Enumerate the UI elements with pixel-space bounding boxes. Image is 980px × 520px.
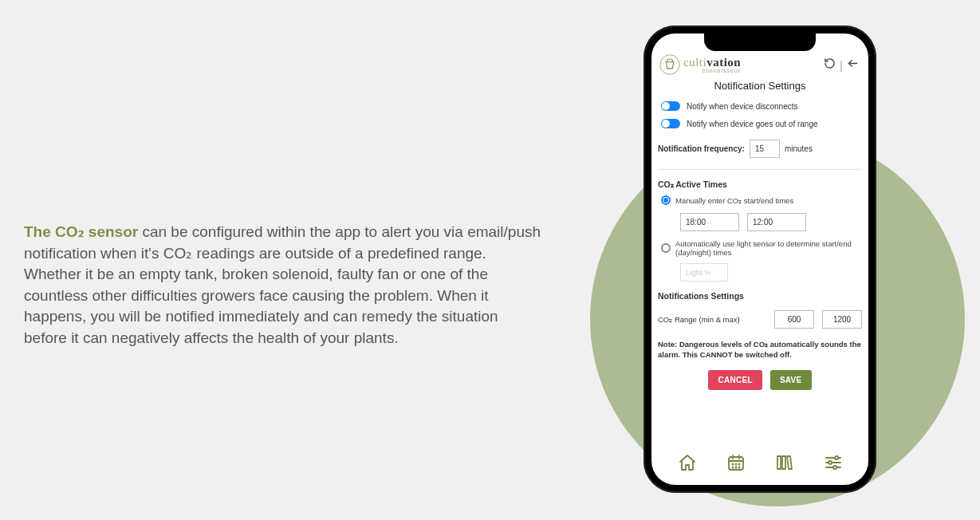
svg-rect-12 bbox=[777, 456, 781, 469]
phone-screen-frame: cultivation connoisseur | bbox=[651, 33, 868, 485]
toggle-disconnect-label: Notify when device disconnects bbox=[687, 102, 798, 111]
frequency-row: Notification frequency: 15 minutes bbox=[658, 140, 862, 158]
svg-point-9 bbox=[732, 467, 733, 467]
active-times-title: CO₂ Active Times bbox=[658, 179, 862, 189]
brand-part1: culti bbox=[683, 56, 706, 69]
co2-range-label: CO₂ Range (min & max) bbox=[658, 315, 766, 324]
svg-point-17 bbox=[828, 461, 832, 464]
save-button[interactable]: SAVE bbox=[770, 370, 812, 390]
refresh-icon[interactable] bbox=[824, 57, 836, 72]
time-inputs: 18:00 12:00 bbox=[680, 213, 862, 231]
button-row: CANCEL SAVE bbox=[658, 370, 862, 390]
brand: cultivation connoisseur bbox=[659, 54, 741, 75]
co2-max-input[interactable]: 1200 bbox=[822, 310, 862, 329]
svg-point-11 bbox=[738, 467, 739, 467]
description-text: The CO₂ sensor can be configured within … bbox=[24, 222, 542, 349]
app-header: cultivation connoisseur | bbox=[658, 53, 862, 77]
back-icon[interactable] bbox=[847, 57, 859, 72]
svg-point-19 bbox=[833, 466, 836, 469]
brand-logo-icon bbox=[659, 54, 680, 75]
phone-notch bbox=[704, 33, 816, 51]
toggle-disconnect-row: Notify when device disconnects bbox=[661, 101, 862, 111]
brand-text: cultivation connoisseur bbox=[683, 57, 741, 73]
header-icons: | bbox=[824, 57, 859, 72]
radio-manual-label: Manually enter CO₂ start/end times bbox=[675, 196, 793, 205]
svg-point-8 bbox=[738, 463, 739, 464]
svg-point-15 bbox=[835, 456, 838, 459]
notifications-settings-title: Notifications Settings bbox=[658, 291, 862, 301]
radio-manual-row[interactable]: Manually enter CO₂ start/end times bbox=[661, 195, 862, 205]
description-body: can be configured within the app to aler… bbox=[24, 223, 541, 346]
light-percent-input[interactable]: Light % bbox=[680, 263, 728, 282]
radio-auto[interactable] bbox=[661, 243, 671, 253]
frequency-input[interactable]: 15 bbox=[750, 140, 780, 158]
start-time-input[interactable]: 18:00 bbox=[680, 213, 739, 231]
page-title: Notification Settings bbox=[658, 80, 862, 92]
description-lead: The CO₂ sensor bbox=[24, 223, 138, 240]
co2-min-input[interactable]: 600 bbox=[774, 310, 814, 329]
radio-auto-row[interactable]: Automatically use light sensor to determ… bbox=[661, 239, 862, 257]
library-icon[interactable] bbox=[773, 453, 796, 472]
app-screen: cultivation connoisseur | bbox=[658, 53, 862, 479]
toggle-range-row: Notify when device goes out of range bbox=[661, 119, 862, 128]
divider bbox=[658, 169, 862, 170]
danger-note: Note: Dangerous levels of CO₂ automatica… bbox=[658, 340, 862, 360]
frequency-label: Notification frequency: bbox=[658, 144, 745, 153]
brand-part2: vation bbox=[706, 56, 741, 69]
radio-auto-label: Automatically use light sensor to determ… bbox=[675, 239, 862, 257]
svg-rect-13 bbox=[782, 456, 785, 469]
end-time-input[interactable]: 12:00 bbox=[747, 213, 806, 231]
svg-point-10 bbox=[735, 467, 736, 467]
settings-sliders-icon[interactable] bbox=[822, 453, 844, 472]
calendar-icon[interactable] bbox=[725, 453, 747, 472]
svg-point-6 bbox=[732, 463, 733, 464]
header-separator: | bbox=[840, 58, 843, 72]
toggle-out-of-range-label: Notify when device goes out of range bbox=[687, 120, 818, 128]
cancel-button[interactable]: CANCEL bbox=[708, 370, 762, 390]
svg-point-0 bbox=[660, 55, 679, 74]
co2-range-row: CO₂ Range (min & max) 600 1200 bbox=[658, 310, 862, 329]
phone-mockup: cultivation connoisseur | bbox=[643, 26, 876, 493]
bottom-nav bbox=[658, 448, 862, 479]
frequency-unit: minutes bbox=[785, 144, 813, 153]
radio-manual[interactable] bbox=[661, 195, 671, 205]
brand-subtitle: connoisseur bbox=[683, 68, 741, 73]
svg-point-7 bbox=[735, 463, 736, 464]
toggle-out-of-range[interactable] bbox=[661, 119, 680, 128]
toggle-disconnect[interactable] bbox=[661, 101, 680, 111]
home-icon[interactable] bbox=[676, 453, 699, 472]
